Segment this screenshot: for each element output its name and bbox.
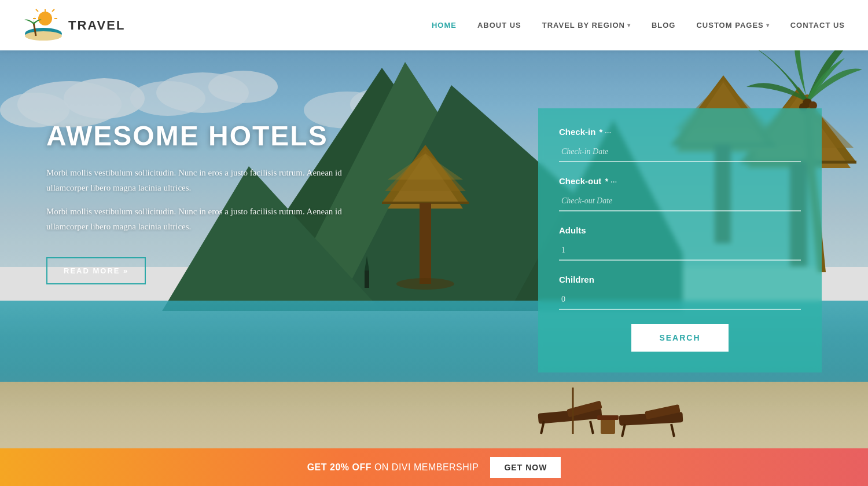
checkin-input[interactable] bbox=[559, 142, 801, 162]
hero-content: AWESOME HOTELS Morbi mollis vestibulum s… bbox=[0, 50, 868, 486]
read-more-button[interactable]: READ MORE » bbox=[46, 257, 146, 284]
promo-bold: GET 20% OFF bbox=[307, 462, 372, 472]
checkin-required: * bbox=[599, 127, 603, 137]
logo[interactable]: TRAVEL bbox=[23, 8, 125, 43]
promo-normal: ON DIVI MEMBERSHIP bbox=[372, 462, 479, 472]
svg-line-49 bbox=[52, 9, 54, 12]
region-chevron: ▾ bbox=[627, 22, 631, 28]
hero-desc-1: Morbi mollis vestibulum sollicitudin. Nu… bbox=[46, 166, 347, 195]
search-button[interactable]: SEARCH bbox=[631, 324, 728, 352]
children-input[interactable] bbox=[559, 290, 801, 310]
checkout-required: * bbox=[605, 176, 609, 186]
site-header: TRAVEL HOME ABOUT US TRAVEL BY REGION ▾ … bbox=[0, 0, 868, 50]
nav-blog[interactable]: BLOG bbox=[652, 21, 676, 30]
nav-home[interactable]: HOME bbox=[432, 21, 457, 30]
logo-icon bbox=[23, 8, 64, 43]
nav-region[interactable]: TRAVEL BY REGION ▾ bbox=[542, 21, 631, 30]
nav-custom[interactable]: CUSTOM PAGES ▾ bbox=[696, 21, 769, 30]
promo-text: GET 20% OFF ON DIVI MEMBERSHIP bbox=[307, 462, 479, 473]
adults-group: Adults bbox=[559, 225, 801, 261]
nav-contact[interactable]: CONTACT US bbox=[790, 21, 845, 30]
svg-point-46 bbox=[38, 12, 52, 25]
svg-point-53 bbox=[25, 31, 62, 41]
hero-desc-2: Morbi mollis vestibulum sollicitudin. Nu… bbox=[46, 204, 347, 234]
checkin-label: Check-in * ··· bbox=[559, 127, 801, 137]
children-label: Children bbox=[559, 275, 801, 284]
nav-about[interactable]: ABOUT US bbox=[477, 21, 521, 30]
checkout-group: Check-out * ··· bbox=[559, 176, 801, 211]
booking-form: Check-in * ··· Check-out * ··· Adults bbox=[538, 108, 822, 372]
checkout-input[interactable] bbox=[559, 192, 801, 211]
logo-text: TRAVEL bbox=[68, 18, 125, 33]
get-now-button[interactable]: GET NOW bbox=[490, 457, 561, 478]
hero-text-block: AWESOME HOTELS Morbi mollis vestibulum s… bbox=[46, 97, 347, 284]
custom-chevron: ▾ bbox=[766, 22, 770, 28]
checkout-dots: ··· bbox=[611, 179, 617, 185]
hero-title: AWESOME HOTELS bbox=[46, 120, 347, 152]
hero-section: TRAVEL HOME ABOUT US TRAVEL BY REGION ▾ … bbox=[0, 0, 868, 486]
adults-input[interactable] bbox=[559, 241, 801, 261]
promo-banner: GET 20% OFF ON DIVI MEMBERSHIP GET NOW bbox=[0, 448, 868, 486]
svg-line-50 bbox=[36, 9, 38, 12]
adults-label: Adults bbox=[559, 225, 801, 235]
checkin-group: Check-in * ··· bbox=[559, 127, 801, 162]
main-nav: HOME ABOUT US TRAVEL BY REGION ▾ BLOG CU… bbox=[432, 21, 845, 30]
checkin-dots: ··· bbox=[605, 130, 612, 136]
checkout-label: Check-out * ··· bbox=[559, 176, 801, 186]
children-group: Children bbox=[559, 275, 801, 310]
